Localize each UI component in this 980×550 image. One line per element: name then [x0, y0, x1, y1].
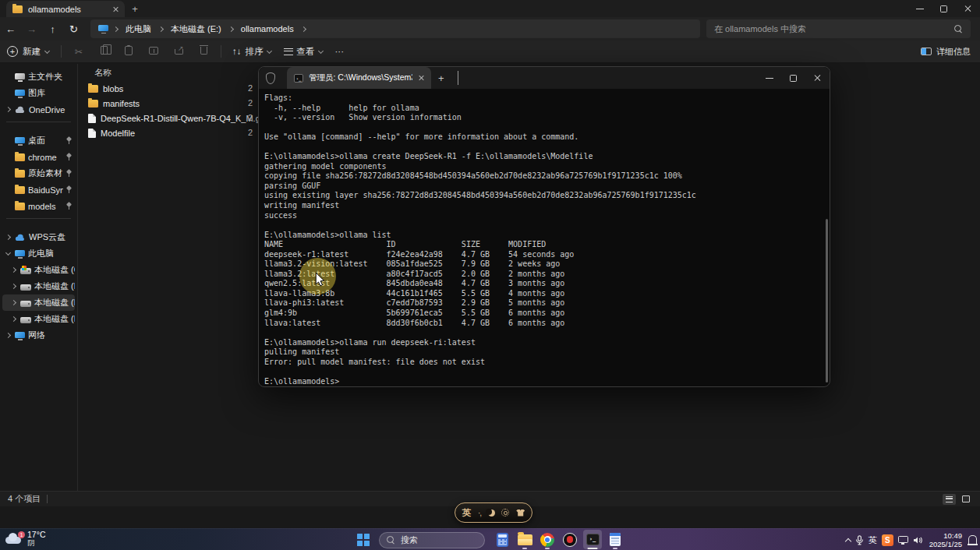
- microphone-tray-icon[interactable]: [855, 535, 864, 545]
- skin-icon[interactable]: [516, 509, 525, 517]
- chevron-down-icon: [458, 71, 458, 85]
- sidebar-item-home[interactable]: 主文件夹: [2, 69, 75, 85]
- paste-button[interactable]: [116, 46, 141, 58]
- file-icon: [88, 114, 96, 123]
- running-indicator: [613, 548, 617, 549]
- chevron-right-icon: [5, 333, 11, 338]
- ime-status-bar[interactable]: 英 ·,: [455, 502, 532, 523]
- sidebar-item-drive-e[interactable]: 本地磁盘 (E:): [2, 294, 75, 311]
- chevron-down-icon: [266, 48, 271, 53]
- sidebar-item-this-pc[interactable]: 此电脑: [2, 245, 75, 262]
- system-tray: 英 S 10:49 2025/1/25: [846, 529, 977, 550]
- back-button[interactable]: ←: [0, 23, 21, 35]
- close-button[interactable]: [956, 0, 980, 17]
- taskbar-app-notepad[interactable]: [606, 530, 624, 549]
- sidebar-item-drive-f[interactable]: 本地磁盘 (F:): [2, 311, 75, 327]
- breadcrumb[interactable]: 此电脑 本地磁盘 (E:) ollamamodels: [90, 19, 700, 38]
- folder-icon: [12, 5, 23, 13]
- maximize-icon: [940, 5, 947, 12]
- view-button[interactable]: 查看: [278, 46, 329, 58]
- new-tab-button[interactable]: +: [125, 1, 145, 17]
- sidebar-item-drive-d[interactable]: 本地磁盘 (D:): [2, 278, 75, 294]
- breadcrumb-item[interactable]: ollamamodels: [239, 24, 296, 33]
- terminal-scrollbar[interactable]: [826, 219, 828, 383]
- sidebar-item-wps-cloud[interactable]: WPS云盘: [2, 229, 75, 245]
- display-tray-icon[interactable]: [898, 538, 908, 543]
- sidebar-item-raw-material[interactable]: 原始素材: [2, 165, 75, 182]
- sidebar-item-onedrive[interactable]: OneDrive: [2, 101, 75, 118]
- terminal-close-button[interactable]: [805, 67, 830, 89]
- chevron-down-icon: [44, 48, 50, 53]
- taskbar-app-terminal[interactable]: ›_: [583, 530, 602, 549]
- hidden-icons-button[interactable]: [846, 537, 851, 544]
- notifications-button[interactable]: [968, 536, 977, 545]
- volume-tray-icon[interactable]: [913, 536, 923, 545]
- moon-icon[interactable]: [488, 509, 495, 517]
- start-button[interactable]: [357, 534, 370, 546]
- share-button[interactable]: [166, 46, 191, 57]
- delete-button[interactable]: [191, 46, 216, 57]
- sort-button[interactable]: ↑↓ 排序: [226, 46, 278, 58]
- terminal-icon: ›_: [586, 534, 600, 545]
- refresh-button[interactable]: ↻: [63, 23, 84, 35]
- minimize-icon: [916, 9, 924, 9]
- ime-mode-button[interactable]: 英: [462, 507, 472, 519]
- taskbar-app-explorer[interactable]: [515, 530, 534, 549]
- minimize-button[interactable]: [907, 0, 932, 17]
- taskbar-clock[interactable]: 10:49 2025/1/25: [929, 531, 962, 549]
- details-pane-button[interactable]: 详细信息: [921, 46, 980, 58]
- explorer-tab[interactable]: ollamamodels: [6, 1, 125, 17]
- toolbar-divider: [221, 45, 221, 58]
- terminal-tab[interactable]: ›_ 管理员: C:\Windows\System32: [287, 67, 431, 89]
- sidebar-item-gallery[interactable]: 图库: [2, 85, 75, 101]
- taskbar-app-recorder[interactable]: [561, 530, 579, 549]
- large-icons-view-button[interactable]: [959, 494, 972, 505]
- tab-close-icon[interactable]: [112, 6, 119, 12]
- more-button[interactable]: ···: [329, 47, 351, 56]
- plus-circle-icon: +: [7, 46, 18, 57]
- chevron-right-icon: [11, 284, 16, 289]
- new-button[interactable]: + 新建: [0, 46, 56, 58]
- copy-button[interactable]: [91, 46, 116, 57]
- maximize-button[interactable]: [932, 0, 956, 17]
- running-indicator: [588, 548, 598, 549]
- ime-punctuation-button[interactable]: ·,: [478, 509, 481, 517]
- sidebar-item-models[interactable]: models: [2, 198, 75, 214]
- taskbar-apps: ›_: [493, 530, 624, 549]
- breadcrumb-item[interactable]: 本地磁盘 (E:): [168, 23, 224, 35]
- sidebar-item-baidusyncdisk[interactable]: BaiduSyncdisk: [2, 182, 75, 198]
- chevron-up-icon: [844, 538, 851, 544]
- search-box[interactable]: 在 ollamamodels 中搜索: [706, 19, 971, 38]
- terminal-window[interactable]: ›_ 管理员: C:\Windows\System32 + Flags: -h,…: [258, 66, 830, 387]
- taskbar-app-chrome[interactable]: [538, 530, 557, 549]
- column-header-name[interactable]: 名称: [94, 67, 111, 79]
- chevron-right-icon: [301, 26, 306, 31]
- cut-button[interactable]: ✂: [66, 46, 91, 58]
- taskbar-app-calculator[interactable]: [493, 530, 511, 549]
- sidebar-item-label: 本地磁盘 (F:): [34, 313, 75, 325]
- sidebar-item-drive-c[interactable]: 本地磁盘 (C:): [2, 262, 75, 278]
- sidebar-item-chrome[interactable]: chrome: [2, 149, 75, 165]
- ime-language-indicator[interactable]: 英: [869, 534, 877, 546]
- sogou-ime-icon[interactable]: S: [882, 534, 893, 546]
- gear-icon[interactable]: [501, 509, 509, 517]
- details-view-button[interactable]: [943, 494, 956, 505]
- paste-icon: [125, 46, 133, 55]
- search-icon: [387, 536, 395, 545]
- terminal-minimize-button[interactable]: [757, 67, 781, 89]
- terminal-tab-close-icon[interactable]: [418, 75, 424, 81]
- sidebar-item-desktop[interactable]: 桌面: [2, 132, 75, 149]
- cloud-icon: [15, 106, 26, 114]
- terminal-new-tab-button[interactable]: +: [431, 72, 451, 84]
- terminal-tab-dropdown[interactable]: [451, 71, 465, 85]
- up-button[interactable]: ↑: [42, 23, 63, 35]
- breadcrumb-item[interactable]: 此电脑: [123, 23, 154, 35]
- taskbar-search[interactable]: 搜索: [379, 532, 485, 548]
- terminal-maximize-button[interactable]: [781, 67, 805, 89]
- weather-widget[interactable]: 1 17°C 阴: [5, 530, 45, 548]
- rename-button[interactable]: [141, 46, 166, 57]
- sidebar-item-network[interactable]: 网络: [2, 327, 75, 344]
- address-bar: ← → ↑ ↻ 此电脑 本地磁盘 (E:) ollamamodels 在 oll…: [0, 17, 980, 41]
- sidebar-item-label: 图库: [28, 87, 75, 99]
- forward-button[interactable]: →: [21, 23, 42, 35]
